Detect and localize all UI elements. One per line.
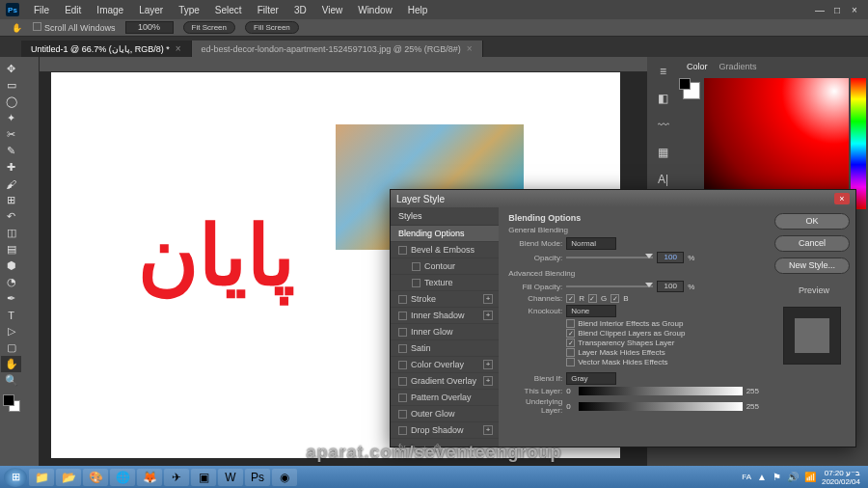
- option-checkbox[interactable]: [566, 358, 575, 366]
- menu-file[interactable]: File: [27, 3, 56, 17]
- menu-view[interactable]: View: [315, 3, 350, 17]
- style-checkbox[interactable]: [398, 361, 407, 369]
- maximize-button[interactable]: □: [829, 5, 845, 15]
- menu-type[interactable]: Type: [172, 3, 206, 17]
- path-tool[interactable]: ▷: [1, 323, 21, 339]
- foreground-color[interactable]: [683, 82, 700, 99]
- style-checkbox[interactable]: [398, 410, 407, 419]
- style-row-pattern-overlay[interactable]: Pattern Overlay: [391, 390, 499, 406]
- menu-filter[interactable]: Filter: [251, 3, 285, 17]
- option-checkbox[interactable]: [566, 319, 575, 328]
- minimize-button[interactable]: —: [812, 5, 827, 15]
- style-row-texture[interactable]: Texture: [391, 275, 499, 291]
- style-row-contour[interactable]: Contour: [391, 258, 499, 275]
- menu-select[interactable]: Select: [208, 3, 249, 17]
- hand-tool[interactable]: ✋: [1, 356, 21, 372]
- tray-action-icon[interactable]: ⚑: [773, 472, 781, 482]
- fit-screen-button[interactable]: Fit Screen: [183, 21, 235, 34]
- option-checkbox[interactable]: [566, 339, 575, 347]
- tab-untitled[interactable]: Untitled-1 @ 66.7% (پایان, RGB/8) *×: [21, 41, 192, 57]
- tray-up-icon[interactable]: ▲: [757, 472, 767, 482]
- close-icon[interactable]: ×: [176, 43, 181, 54]
- tb-recorder[interactable]: ◉: [272, 469, 297, 486]
- ok-button[interactable]: OK: [774, 213, 850, 230]
- style-checkbox[interactable]: [412, 279, 420, 287]
- cancel-button[interactable]: Cancel: [774, 235, 850, 252]
- marquee-tool[interactable]: ▭: [1, 77, 21, 94]
- style-checkbox[interactable]: [398, 246, 407, 255]
- pen-tool[interactable]: ✒: [1, 290, 21, 307]
- shape-tool[interactable]: ▢: [1, 339, 21, 356]
- wand-tool[interactable]: ✦: [1, 110, 21, 126]
- gradient-tool[interactable]: ▤: [1, 241, 21, 258]
- new-style-button[interactable]: New Style...: [774, 258, 850, 274]
- style-row-blending-options[interactable]: Blending Options: [391, 226, 499, 242]
- tb-folder2[interactable]: 📂: [56, 469, 81, 486]
- style-checkbox[interactable]: [398, 328, 407, 337]
- option-checkbox[interactable]: [566, 348, 575, 357]
- menu-image[interactable]: Image: [90, 3, 130, 17]
- dodge-tool[interactable]: ◔: [1, 274, 21, 290]
- layers-icon[interactable]: ▦: [653, 142, 674, 163]
- fill-screen-button[interactable]: Fill Screen: [245, 21, 299, 34]
- style-row-outer-glow[interactable]: Outer Glow: [391, 406, 499, 422]
- menu-3d[interactable]: 3D: [287, 3, 313, 17]
- char-icon[interactable]: A|: [653, 169, 674, 190]
- add-icon[interactable]: +: [483, 311, 493, 320]
- option-vector-mask-hides-effects[interactable]: Vector Mask Hides Effects: [566, 358, 759, 366]
- add-icon[interactable]: +: [483, 376, 493, 386]
- menu-help[interactable]: Help: [401, 3, 435, 17]
- style-row-bevel-emboss[interactable]: Bevel & Emboss: [391, 242, 499, 258]
- dialog-close-button[interactable]: ×: [834, 193, 850, 204]
- add-icon[interactable]: +: [483, 360, 493, 369]
- add-icon[interactable]: +: [483, 294, 493, 304]
- style-checkbox[interactable]: [398, 393, 407, 402]
- start-button[interactable]: ⊞: [4, 468, 27, 487]
- color-swatches[interactable]: [3, 394, 20, 412]
- tb-ps[interactable]: Ps: [245, 469, 270, 486]
- eraser-tool[interactable]: ◫: [1, 225, 21, 241]
- history-icon[interactable]: ≡: [653, 61, 674, 82]
- color-tab[interactable]: Color: [687, 62, 708, 71]
- style-row-color-overlay[interactable]: Color Overlay+: [391, 357, 499, 373]
- channel-b-checkbox[interactable]: [610, 294, 619, 303]
- fill-input[interactable]: 100: [657, 281, 684, 292]
- style-row-inner-shadow[interactable]: Inner Shadow+: [391, 308, 499, 324]
- tb-chrome[interactable]: 🌐: [110, 469, 135, 486]
- style-row-satin[interactable]: Satin: [391, 340, 499, 357]
- blur-tool[interactable]: ⬢: [1, 258, 21, 274]
- stamp-tool[interactable]: ⊞: [1, 192, 21, 208]
- tb-firefox[interactable]: 🦊: [137, 469, 162, 486]
- zoom-tool[interactable]: 🔍: [1, 372, 21, 389]
- option-blend-interior-effects-as-group[interactable]: Blend Interior Effects as Group: [566, 319, 759, 328]
- style-row-drop-shadow[interactable]: Drop Shadow+: [391, 422, 499, 439]
- lasso-tool[interactable]: ◯: [1, 94, 21, 110]
- close-icon[interactable]: ×: [467, 43, 473, 54]
- brush-tool[interactable]: 🖌: [1, 176, 21, 192]
- blendif-select[interactable]: Gray: [566, 372, 616, 385]
- style-checkbox[interactable]: [398, 312, 407, 320]
- eyedropper-tool[interactable]: ✎: [1, 143, 21, 159]
- style-row-stroke[interactable]: Stroke+: [391, 291, 499, 308]
- style-checkbox[interactable]: [398, 295, 407, 304]
- close-button[interactable]: ×: [847, 5, 862, 15]
- tab-apartment[interactable]: ed-best-decor-london-apartment-152459710…: [192, 41, 483, 57]
- style-checkbox[interactable]: [398, 426, 407, 435]
- dialog-titlebar[interactable]: Layer Style ×: [391, 190, 855, 207]
- move-tool[interactable]: ✥: [1, 61, 21, 77]
- lang-indicator[interactable]: FA: [742, 473, 751, 481]
- fill-slider[interactable]: [566, 285, 653, 287]
- style-row-gradient-overlay[interactable]: Gradient Overlay+: [391, 373, 499, 390]
- opacity-input[interactable]: 100: [657, 252, 684, 263]
- tb-telegram[interactable]: ✈: [164, 469, 189, 486]
- underlying-layer-ramp[interactable]: [579, 402, 743, 411]
- type-tool[interactable]: T: [1, 307, 21, 323]
- brushes-icon[interactable]: 〰: [653, 115, 674, 136]
- menu-layer[interactable]: Layer: [132, 3, 170, 17]
- gradients-tab[interactable]: Gradients: [719, 62, 757, 71]
- tb-word[interactable]: W: [218, 469, 243, 486]
- style-checkbox[interactable]: [398, 344, 407, 353]
- heal-tool[interactable]: ✚: [1, 159, 21, 176]
- tray-sound-icon[interactable]: 🔊: [787, 472, 799, 482]
- menu-edit[interactable]: Edit: [58, 3, 88, 17]
